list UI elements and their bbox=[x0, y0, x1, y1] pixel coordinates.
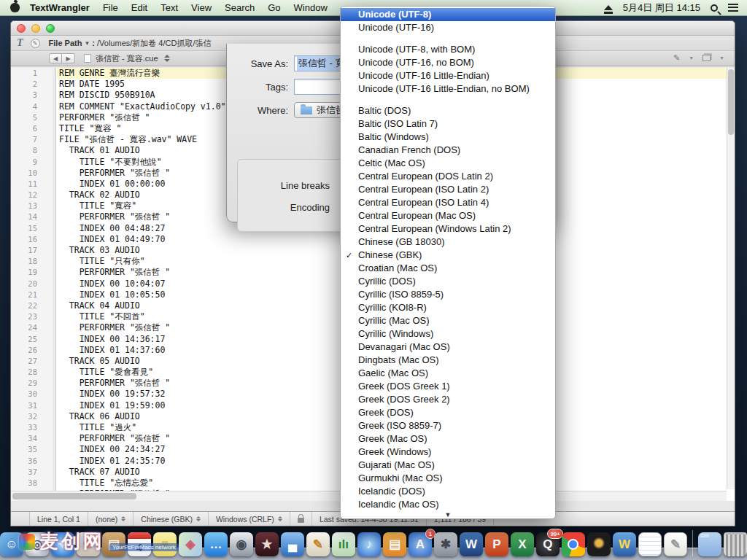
dock-itunes-icon[interactable]: ♪ bbox=[357, 532, 381, 556]
encoding-menu-item[interactable]: Unicode (UTF-16) bbox=[341, 21, 555, 34]
encoding-menu-item[interactable]: Cyrillic (DOS) bbox=[341, 275, 555, 288]
dock-word-icon[interactable]: W bbox=[460, 532, 483, 556]
file-path-value[interactable]: /Volumes/新加卷 4/CD抓取/張信 bbox=[97, 38, 211, 49]
dock-textwrangler-icon[interactable]: W bbox=[613, 532, 636, 556]
dock-downloads-folder-icon[interactable] bbox=[698, 532, 721, 556]
encoding-menu-item[interactable]: Greek (Mac OS) bbox=[341, 432, 555, 446]
function-popup[interactable]: (none) bbox=[88, 512, 133, 526]
encoding-menu-item[interactable]: Unicode (UTF-16 Little-Endian, no BOM) bbox=[341, 82, 555, 96]
dock-pages-icon[interactable]: ✎ bbox=[306, 532, 330, 556]
dock-chrome-icon[interactable] bbox=[562, 532, 585, 556]
encoding-menu-item[interactable]: Celtic (Mac OS) bbox=[341, 157, 555, 170]
encoding-menu-item[interactable]: Chinese (GB 18030) bbox=[341, 236, 555, 249]
file-path-label[interactable]: File Path bbox=[49, 39, 82, 47]
menu-scroll-down-icon[interactable]: ▼ bbox=[341, 511, 555, 520]
encoding-menu-item[interactable]: Icelandic (DOS) bbox=[341, 485, 555, 498]
menu-file[interactable]: File bbox=[103, 2, 118, 13]
dock-contacts-icon[interactable]: ▤ bbox=[102, 532, 125, 556]
encoding-menu-item[interactable]: Cyrillic (Mac OS) bbox=[341, 314, 555, 327]
dock-iphoto-icon[interactable]: ❀ bbox=[77, 532, 100, 556]
menu-go[interactable]: Go bbox=[268, 2, 280, 13]
lock-cell[interactable] bbox=[290, 512, 312, 526]
encoding-menu-item[interactable]: Cyrillic (KOI8-R) bbox=[341, 301, 555, 314]
encoding-menu-item[interactable]: Greek (DOS Greek 2) bbox=[341, 393, 555, 406]
dock-music-player-icon[interactable] bbox=[587, 532, 611, 556]
horizontal-scroll-thumb[interactable] bbox=[12, 493, 136, 499]
encoding-menu-item[interactable]: ✓Chinese (GBK) bbox=[341, 249, 555, 262]
dock-app-store-icon[interactable]: A1 bbox=[409, 532, 432, 556]
dock-messages-icon[interactable]: … bbox=[204, 532, 228, 556]
encoding-menu-item[interactable]: Greek (ISO 8859-7) bbox=[341, 419, 555, 432]
menu-search[interactable]: Search bbox=[225, 2, 255, 13]
encoding-menu-item[interactable]: Greek (DOS) bbox=[341, 406, 555, 419]
encoding-menu-item[interactable]: Baltic (Windows) bbox=[341, 131, 555, 144]
dock-safari-icon[interactable]: ✦ bbox=[51, 532, 74, 556]
encoding-menu-item[interactable]: Greek (DOS Greek 1) bbox=[341, 380, 555, 393]
menubar-clock[interactable]: 5月4日 周日 14:15 bbox=[623, 1, 700, 15]
encoding-menu-item[interactable]: Baltic (ISO Latin 7) bbox=[341, 117, 555, 131]
dock-ibooks-icon[interactable]: ▤ bbox=[383, 532, 406, 556]
menu-text[interactable]: Text bbox=[160, 2, 178, 13]
encoding-menu-item[interactable]: Central European (ISO Latin 4) bbox=[341, 196, 555, 209]
dock-imovie-icon[interactable]: ★ bbox=[255, 532, 279, 556]
encoding-menu-item[interactable]: Unicode (UTF-8, with BOM) bbox=[341, 43, 555, 56]
encoding-menu-item[interactable]: Central European (Windows Latin 2) bbox=[341, 222, 555, 236]
encoding-menu-item[interactable]: Unicode (UTF-16 Little-Endian) bbox=[341, 69, 555, 82]
document-switch-stepper[interactable] bbox=[164, 55, 170, 62]
dock-stickies-icon[interactable]: ≡ bbox=[153, 532, 177, 556]
dock-qq-icon[interactable]: Q99+ bbox=[536, 532, 560, 556]
encoding-menu-item[interactable]: Unicode (UTF-8) bbox=[341, 8, 555, 21]
dock-launchpad-icon[interactable]: ◎ bbox=[26, 532, 49, 556]
encoding-menu-item[interactable]: Croatian (Mac OS) bbox=[341, 262, 555, 275]
stack-dropdown-caret-icon[interactable]: ▼ bbox=[719, 55, 724, 61]
encoding-menu-item[interactable]: Gujarati (Mac OS) bbox=[341, 459, 555, 472]
encoding-menu-item[interactable]: Gaelic (Mac OS) bbox=[341, 367, 555, 380]
vertical-scrollbar[interactable] bbox=[727, 68, 735, 489]
documents-stack-icon[interactable] bbox=[703, 55, 711, 61]
encoding-menu-item[interactable]: Greek (Windows) bbox=[341, 446, 555, 459]
apple-menu-icon[interactable] bbox=[10, 3, 20, 12]
display-options-box[interactable] bbox=[11, 512, 30, 526]
dock-textedit-icon[interactable]: ✎ bbox=[664, 532, 687, 556]
menu-edit[interactable]: Edit bbox=[131, 2, 147, 13]
spotlight-icon[interactable] bbox=[711, 4, 718, 12]
forward-button[interactable]: ▶ bbox=[62, 53, 75, 63]
encoding-menu-item[interactable]: Cyrillic (ISO 8859-5) bbox=[341, 288, 555, 301]
encoding-menu-item[interactable]: Central European (ISO Latin 2) bbox=[341, 183, 555, 196]
back-button[interactable]: ◀ bbox=[49, 53, 62, 63]
dock-facetime-icon[interactable]: ◉ bbox=[230, 532, 253, 556]
encoding-menu-item[interactable]: Devanagari (Mac OS) bbox=[341, 341, 555, 354]
zoom-button[interactable] bbox=[46, 24, 55, 33]
encoding-menu-item[interactable]: Canadian French (DOS) bbox=[341, 144, 555, 157]
writable-pencil-icon[interactable]: ✎ bbox=[31, 39, 40, 48]
menu-window[interactable]: Window bbox=[294, 2, 328, 13]
encoding-menu-item[interactable]: Central European (DOS Latin 2) bbox=[341, 170, 555, 183]
encoding-menu-item[interactable]: Unicode (UTF-16, no BOM) bbox=[341, 56, 555, 69]
encoding-menu-item[interactable]: Cyrillic (Windows) bbox=[341, 327, 555, 341]
document-tab-title[interactable]: 張信哲 - 寬容.cue bbox=[96, 53, 158, 64]
dock-system-preferences-icon[interactable]: ✱ bbox=[434, 532, 457, 556]
dock-maps-icon[interactable]: ◈ bbox=[179, 532, 202, 556]
vertical-scroll-thumb[interactable] bbox=[728, 69, 734, 135]
dock-calendar-icon[interactable]: 4 bbox=[128, 532, 151, 556]
menu-view[interactable]: View bbox=[191, 2, 212, 13]
encoding-menu-item[interactable]: Dingbats (Mac OS) bbox=[341, 354, 555, 367]
pencil-dropdown-caret-icon[interactable]: ▼ bbox=[689, 55, 694, 61]
minimize-button[interactable] bbox=[31, 24, 40, 33]
close-button[interactable] bbox=[17, 24, 26, 33]
dock-trash-icon[interactable] bbox=[724, 532, 747, 556]
file-path-caret-icon[interactable]: ▼ bbox=[84, 40, 90, 47]
encoding-menu-item[interactable]: Baltic (DOS) bbox=[341, 104, 555, 117]
dock-excel-icon[interactable]: X bbox=[511, 532, 534, 556]
menu-app-name[interactable]: TextWrangler bbox=[30, 2, 90, 13]
dock-keynote-icon[interactable]: ▄ bbox=[281, 532, 304, 556]
edit-pencil-icon[interactable]: ✎ bbox=[673, 53, 680, 63]
encoding-menu-item[interactable]: Icelandic (Mac OS) bbox=[341, 498, 555, 511]
encoding-menu-item[interactable]: Central European (Mac OS) bbox=[341, 209, 555, 222]
dock-notes-icon[interactable] bbox=[638, 532, 662, 556]
encoding-popup[interactable]: Chinese (GBK) bbox=[133, 512, 209, 526]
dock-numbers-icon[interactable]: ılı bbox=[332, 532, 355, 556]
line-endings-popup[interactable]: Windows (CRLF) bbox=[209, 512, 290, 526]
dock-finder-icon[interactable]: ☺ bbox=[0, 532, 23, 556]
eject-icon[interactable] bbox=[604, 5, 613, 10]
